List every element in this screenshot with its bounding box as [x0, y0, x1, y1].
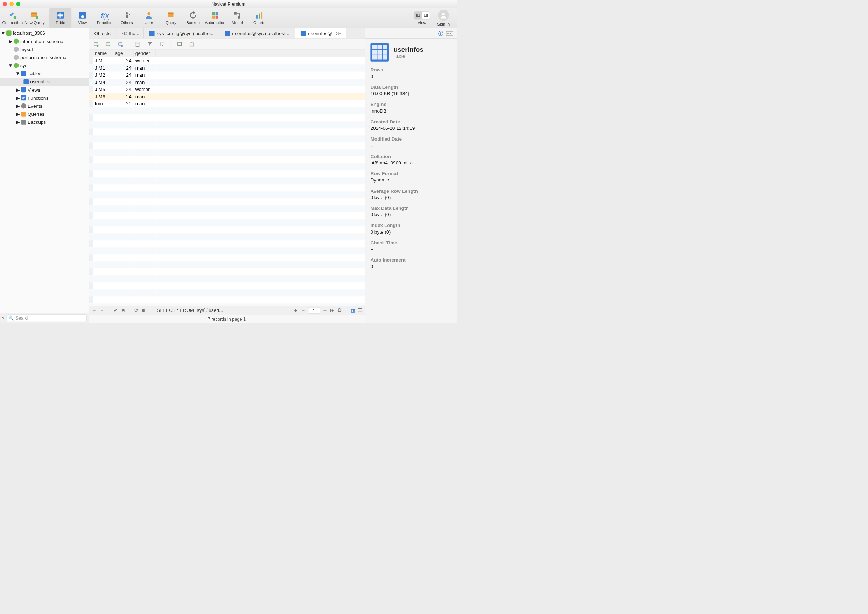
expand-icon[interactable]: ▶ — [16, 113, 19, 116]
expand-icon[interactable]: ▶ — [16, 121, 19, 124]
tab-objects[interactable]: Objects — [89, 28, 117, 39]
svg-rect-38 — [190, 43, 194, 46]
panel-right-icon[interactable] — [422, 11, 429, 19]
commit-icon[interactable] — [105, 40, 112, 48]
table-row[interactable]: JIM524women — [89, 86, 365, 93]
ddl-icon[interactable]: DDL — [446, 31, 453, 36]
svg-point-31 — [94, 42, 98, 43]
tab-userinfos[interactable]: userinfos@sys (localhost... — [219, 28, 295, 39]
svg-point-35 — [121, 45, 123, 47]
meta-item: Average Row Length0 byte (0) — [370, 188, 451, 200]
expand-icon[interactable]: ▶ — [16, 96, 19, 99]
meta-item: Created Date2024-06-20 12:14:19 — [370, 119, 451, 131]
model-button[interactable]: Model — [226, 8, 248, 28]
expand-icon[interactable]: ▼ — [2, 31, 5, 35]
prev-page-icon[interactable]: ← — [301, 307, 306, 313]
last-page-icon[interactable]: ⏭ — [330, 307, 335, 313]
table-item[interactable]: userinfos — [0, 78, 89, 86]
table-row[interactable]: tom20man — [89, 100, 365, 108]
table-row[interactable]: JIM124man — [89, 64, 365, 72]
first-page-icon[interactable]: ⏮ — [293, 307, 298, 313]
info-title: userinfos — [394, 45, 423, 53]
others-button[interactable]: Others — [116, 8, 138, 28]
export-icon[interactable] — [188, 40, 195, 48]
sort-icon[interactable] — [159, 40, 166, 48]
next-page-icon[interactable]: → — [323, 307, 328, 313]
grid-view-icon[interactable]: ▦ — [350, 307, 355, 313]
svg-rect-27 — [416, 14, 417, 17]
gear-icon[interactable]: ⚙ — [338, 307, 342, 313]
tab-userinfos-active[interactable]: userinfos@≫ — [295, 28, 346, 39]
panel-left-icon[interactable] — [414, 11, 422, 19]
connection-node[interactable]: ▼ localhost_3306 — [0, 29, 89, 37]
stop-icon[interactable]: ■ — [142, 307, 145, 313]
delete-row-icon[interactable]: － — [100, 307, 105, 313]
signin-label[interactable]: Sign In — [437, 22, 450, 26]
query-button[interactable]: Query — [160, 8, 182, 28]
column-header[interactable]: age — [113, 50, 133, 57]
settings-icon[interactable]: ⚙ — [2, 316, 4, 320]
meta-item: Collationutf8mb4_0900_ai_ci — [370, 154, 451, 166]
connection-tree[interactable]: ▼ localhost_3306 ▶ information_schema ▶ … — [0, 28, 89, 313]
text-icon[interactable] — [134, 40, 142, 48]
avatar[interactable] — [438, 10, 449, 21]
database-node[interactable]: ▶ information_schema — [0, 37, 89, 45]
expand-icon[interactable]: ▼ — [16, 72, 19, 75]
events-node[interactable]: ▶ Events — [0, 102, 89, 110]
automation-button[interactable]: Automation — [204, 8, 226, 28]
import-icon[interactable] — [176, 40, 183, 48]
svg-point-30 — [442, 12, 445, 15]
table-row[interactable]: JIM624man — [89, 93, 365, 100]
begin-transaction-icon[interactable] — [92, 40, 100, 48]
queries-node[interactable]: ▶ Queries — [0, 110, 89, 118]
backup-button[interactable]: Backup — [182, 8, 204, 28]
backups-node[interactable]: ▶ Backups — [0, 118, 89, 126]
user-button[interactable]: User — [138, 8, 160, 28]
tab-history[interactable]: ≪lho... — [116, 28, 144, 39]
database-label: sys — [20, 63, 28, 68]
view-segment[interactable] — [414, 11, 430, 19]
column-header[interactable]: name — [93, 50, 113, 57]
database-node[interactable]: ▼ sys — [0, 62, 89, 70]
expand-icon[interactable]: ▶ — [9, 40, 12, 43]
page-input[interactable] — [308, 307, 320, 314]
database-node[interactable]: ▶ performance_schema — [0, 53, 89, 62]
function-button[interactable]: f(x) Function — [93, 8, 115, 28]
functions-node[interactable]: ▶ fx Functions — [0, 94, 89, 102]
table-icon — [56, 11, 65, 19]
apply-icon[interactable]: ✔ — [114, 307, 118, 313]
database-node[interactable]: ▶ mysql — [0, 45, 89, 53]
table-row[interactable]: JIM424man — [89, 79, 365, 86]
minimize-icon[interactable] — [9, 2, 14, 6]
refresh-icon[interactable]: ⟳ — [134, 307, 138, 313]
column-header[interactable]: gender — [133, 50, 156, 57]
tab-sysconfig[interactable]: sys_config@sys (localho... — [144, 28, 219, 39]
data-grid[interactable]: name age gender JIM24womenJIM124manJIM22… — [89, 50, 365, 305]
table-row[interactable]: JIM224man — [89, 72, 365, 79]
record-count: 7 records in page 1 — [208, 316, 246, 322]
expand-icon[interactable]: ▶ — [16, 104, 19, 107]
info-icon[interactable]: i — [438, 31, 444, 36]
search-input[interactable]: 🔍 Search — [6, 314, 87, 322]
views-node[interactable]: ▶ Views — [0, 86, 89, 94]
maximize-icon[interactable] — [16, 2, 20, 6]
table-row[interactable]: JIM24women — [89, 57, 365, 64]
charts-button[interactable]: Charts — [248, 8, 270, 28]
sidebar: ▼ localhost_3306 ▶ information_schema ▶ … — [0, 28, 89, 323]
database-icon — [14, 55, 19, 60]
connection-button[interactable]: Connection — [2, 8, 23, 28]
new-query-button[interactable]: New Query — [23, 8, 45, 28]
close-icon[interactable] — [3, 2, 7, 6]
backup-label: Backup — [186, 21, 200, 26]
tables-node[interactable]: ▼ Tables — [0, 70, 89, 78]
view-button[interactable]: View — [72, 8, 93, 28]
rollback-icon[interactable] — [117, 40, 124, 48]
expand-icon[interactable]: ▼ — [9, 64, 12, 67]
filter-icon[interactable] — [146, 40, 153, 48]
table-button[interactable]: Table — [49, 8, 72, 28]
expand-icon[interactable]: ▶ — [16, 88, 19, 91]
form-view-icon[interactable]: ☰ — [358, 307, 362, 313]
main-toolbar: Connection New Query Table View f(x) Fun… — [0, 8, 457, 28]
add-row-icon[interactable]: ＋ — [92, 307, 96, 313]
cancel-icon[interactable]: ✖ — [121, 307, 125, 313]
